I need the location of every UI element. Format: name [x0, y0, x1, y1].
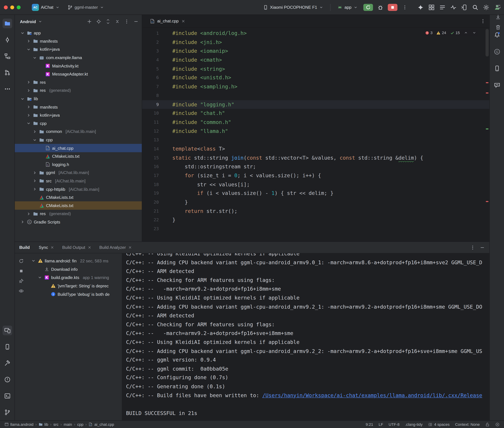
next-problem-icon[interactable]: [472, 31, 477, 35]
code-line-22[interactable]: 22}: [142, 216, 489, 224]
code-line-18[interactable]: 18 str << values[i];: [142, 180, 489, 189]
tree-item-manifests[interactable]: manifests: [15, 103, 142, 111]
chevron-down-icon[interactable]: [20, 96, 25, 101]
tree-item-res[interactable]: res(generated): [15, 86, 142, 95]
rerun-sync-icon[interactable]: [19, 258, 24, 263]
code-line-14[interactable]: 14template<class T>: [142, 145, 489, 153]
minimize-panel-icon[interactable]: [480, 245, 485, 250]
previous-problem-icon[interactable]: [464, 31, 468, 35]
kebab-icon[interactable]: [470, 245, 475, 250]
notifications-tool-button[interactable]: [492, 30, 502, 40]
stop-square-icon[interactable]: [19, 269, 24, 274]
locate-file-icon[interactable]: [96, 19, 101, 24]
chevron-right-icon[interactable]: [26, 80, 31, 85]
hide-panel-icon[interactable]: [133, 19, 138, 24]
inspections-status-icon[interactable]: [495, 422, 500, 427]
chevron-down-icon[interactable]: [31, 258, 36, 263]
project-widget[interactable]: AC AiChat: [30, 2, 62, 12]
editor-options-kebab-icon[interactable]: [480, 18, 486, 24]
close-tab-icon[interactable]: [181, 19, 185, 23]
minimize-window-button[interactable]: [10, 5, 14, 9]
close-tab-icon[interactable]: [87, 246, 92, 249]
chevron-right-icon[interactable]: [32, 179, 37, 184]
tab-build-output[interactable]: Build Output: [59, 242, 95, 253]
chevron-down-icon[interactable]: [26, 121, 31, 126]
chevron-right-icon[interactable]: [32, 129, 37, 134]
soft-wrap-icon[interactable]: [495, 4, 501, 10]
code-line-7[interactable]: 7#include <sampling.h>: [142, 82, 489, 91]
branch-widget[interactable]: ggml-master: [65, 3, 106, 11]
code-line-21[interactable]: 21 return str.str();: [142, 207, 489, 216]
pull-requests-tool-button[interactable]: [2, 68, 12, 77]
chevron-right-icon[interactable]: [26, 113, 31, 118]
encoding-indicator[interactable]: UTF-8: [389, 422, 400, 427]
stop-button[interactable]: [388, 4, 397, 11]
code-line-12[interactable]: 12#include "llama.h": [142, 127, 489, 136]
error-count[interactable]: 3: [425, 31, 433, 35]
tab-build-analyzer[interactable]: Build Analyzer: [96, 242, 136, 253]
preview-eye-icon[interactable]: [19, 288, 24, 294]
tree-item-ai-chat-cpp[interactable]: ++ai_chat.cpp: [15, 144, 142, 152]
tree-item-com-example-llama[interactable]: com.example.llama: [15, 54, 142, 62]
layout-inspector-icon[interactable]: [428, 4, 435, 10]
project-view-selector[interactable]: Android: [20, 19, 36, 24]
chevron-right-icon[interactable]: [32, 170, 37, 175]
chevron-right-icon[interactable]: [26, 39, 31, 44]
collapse-all-icon[interactable]: [115, 19, 120, 24]
code-editor[interactable]: 3 24 15 1#include: [142, 28, 489, 241]
code-line-10[interactable]: 10#include "chat.h": [142, 109, 489, 118]
build-tool-button[interactable]: [2, 358, 12, 368]
version-control-tool-button[interactable]: [2, 407, 12, 417]
code-line-20[interactable]: 20 }: [142, 198, 489, 207]
code-line-19[interactable]: 19 if (i < values.size() - 1) { str << d…: [142, 189, 489, 198]
tree-item-logging-h[interactable]: hlogging.h: [15, 160, 142, 169]
build-item-buildtype-debug-is-both-de[interactable]: BuildType 'debug' is both de: [28, 290, 122, 298]
editor-scrollbar[interactable]: [485, 28, 489, 241]
build-item-jvmtarget-string-is-deprec[interactable]: 'jvmTarget: String' is deprec: [28, 281, 122, 290]
code-line-9[interactable]: 9#include "logging.h": [142, 100, 489, 109]
code-line-23[interactable]: 23: [142, 224, 489, 233]
code-line-8[interactable]: 8: [142, 91, 489, 100]
chevron-down-icon[interactable]: [37, 275, 43, 280]
tree-item-cpp-httplib[interactable]: cpp-httplib[AiChat.lib.main]: [15, 185, 142, 193]
breadcrumb-item[interactable]: ++ai_chat.cpp: [88, 422, 114, 427]
tree-item-kotlin-java[interactable]: kotlin+java: [15, 111, 142, 119]
chevron-right-icon[interactable]: [26, 105, 31, 110]
tree-item-src[interactable]: src[AiChat.lib.main]: [15, 177, 142, 185]
chevron-down-icon[interactable]: [32, 55, 37, 60]
chevron-right-icon[interactable]: [20, 219, 25, 224]
structure-tool-button[interactable]: [2, 51, 12, 61]
warning-count[interactable]: 24: [436, 31, 446, 35]
build-console[interactable]: C/C++: -- Using KleidiAI optimized kerne…: [122, 253, 489, 420]
passed-count[interactable]: 15: [450, 31, 460, 35]
app-quality-insights-tool-button[interactable]: [492, 80, 502, 90]
build-item-download-info[interactable]: Download info: [28, 265, 122, 273]
tree-item-cpp[interactable]: cpp: [15, 136, 142, 144]
unlock-icon[interactable]: [485, 422, 490, 427]
close-tab-icon[interactable]: [128, 246, 132, 249]
code-line-15[interactable]: 15static std::string join(const std::vec…: [142, 153, 489, 162]
tree-item-cmakelists-txt[interactable]: CMakeLists.txt: [15, 202, 142, 210]
line-ending-indicator[interactable]: LF: [379, 422, 383, 427]
settings-gear-icon[interactable]: [483, 4, 489, 10]
indent-indicator[interactable]: 4 spaces: [428, 422, 450, 427]
close-tab-icon[interactable]: [50, 246, 54, 249]
code-line-4[interactable]: 4#include <cmath>: [142, 56, 489, 64]
breadcrumb-item[interactable]: lib: [39, 422, 48, 427]
code-line-13[interactable]: 13: [142, 136, 489, 145]
build-item-llama-android-fin[interactable]: llama.android: fin22 sec, 583 ms: [28, 256, 122, 265]
running-devices-tool-button[interactable]: [2, 326, 12, 335]
tree-item-cmakelists-txt[interactable]: CMakeLists.txt: [15, 193, 142, 202]
code-line-16[interactable]: 16 std::ostringstream str;: [142, 162, 489, 171]
profiler-icon[interactable]: [450, 4, 457, 10]
breadcrumb-item[interactable]: src: [53, 422, 59, 427]
chevron-down-icon[interactable]: [26, 47, 31, 52]
error-stripe-mark[interactable]: [486, 92, 488, 93]
clang-tidy-indicator[interactable]: .clang-tidy: [405, 422, 423, 427]
tree-item-gradle-scripts[interactable]: GGradle Scripts: [15, 218, 142, 226]
tree-item-app[interactable]: app: [15, 29, 142, 37]
console-link[interactable]: /Users/hanyin/Workspace/ai-chat/examples…: [262, 392, 482, 398]
pin-icon[interactable]: [19, 279, 24, 284]
tree-item-ggml[interactable]: ggml[AiChat.lib.main]: [15, 169, 142, 177]
tree-item-cpp[interactable]: cpp: [15, 119, 142, 128]
